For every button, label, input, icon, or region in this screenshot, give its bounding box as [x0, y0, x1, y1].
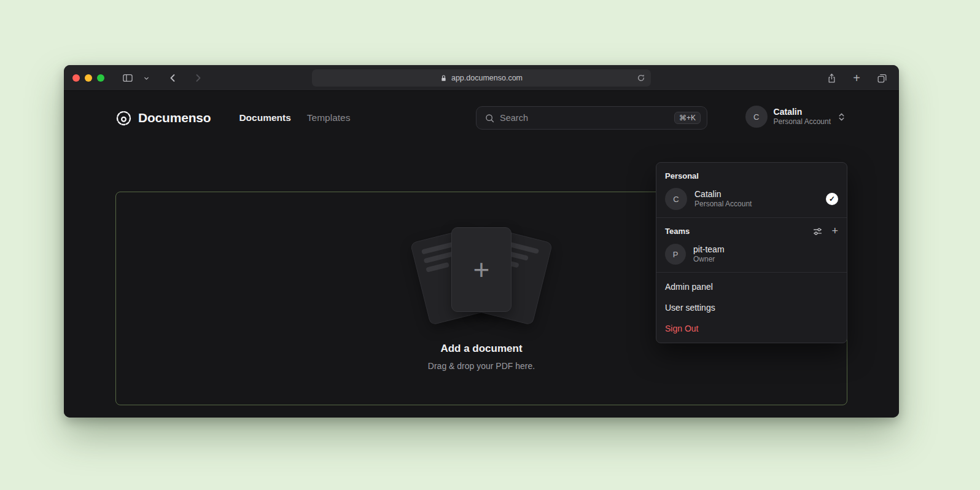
- minimize-window-button[interactable]: [85, 74, 92, 82]
- close-window-button[interactable]: [72, 74, 80, 82]
- account-text: Catalin Personal Account: [774, 107, 831, 127]
- forward-button[interactable]: [190, 71, 205, 85]
- traffic-lights: [72, 65, 104, 91]
- search-shortcut-badge: ⌘+K: [674, 112, 701, 124]
- nav-templates[interactable]: Templates: [307, 112, 351, 123]
- teams-section: Teams + P pit-team Owner: [656, 218, 847, 272]
- teams-actions: +: [812, 225, 838, 236]
- personal-account-name: Catalin: [694, 189, 752, 200]
- teams-section-label: Teams: [665, 227, 690, 236]
- menu-item-user-settings[interactable]: User settings: [656, 297, 847, 318]
- personal-avatar: C: [665, 188, 687, 210]
- back-button[interactable]: [166, 71, 181, 85]
- personal-account-text: Catalin Personal Account: [694, 189, 752, 209]
- cards-illustration: +: [411, 226, 552, 324]
- account-subtitle: Personal Account: [774, 117, 831, 126]
- brand-logo-link[interactable]: Documenso: [115, 110, 211, 126]
- search-input[interactable]: [500, 113, 674, 123]
- menu-item-sign-out[interactable]: Sign Out: [656, 318, 847, 339]
- manage-teams-icon[interactable]: [812, 225, 823, 236]
- add-team-icon[interactable]: +: [831, 225, 838, 236]
- dropzone-title: Add a document: [440, 343, 522, 355]
- account-dropdown-menu: Personal C Catalin Personal Account ✓: [656, 162, 847, 343]
- account-menu-trigger[interactable]: C Catalin Personal Account: [745, 106, 846, 128]
- share-icon[interactable]: [824, 71, 839, 85]
- account-avatar: C: [745, 106, 768, 128]
- address-bar[interactable]: app.documenso.com: [312, 69, 651, 87]
- personal-account-row[interactable]: C Catalin Personal Account ✓: [665, 188, 838, 210]
- teams-header: Teams +: [665, 225, 838, 236]
- search-bar: ⌘+K: [476, 106, 707, 130]
- team-row[interactable]: P pit-team Owner: [665, 244, 838, 265]
- team-name: pit-team: [693, 244, 725, 255]
- new-tab-icon[interactable]: +: [849, 71, 864, 85]
- sidebar-toggle-icon[interactable]: [120, 71, 135, 85]
- team-avatar: P: [665, 244, 686, 265]
- card-front-add: +: [451, 227, 511, 312]
- dropzone-subtitle: Drag & drop your PDF here.: [428, 361, 535, 371]
- chevron-up-down-icon: [837, 111, 846, 122]
- titlebar-right-controls: +: [824, 65, 889, 91]
- address-text: app.documenso.com: [451, 74, 523, 82]
- personal-account-subtitle: Personal Account: [694, 200, 752, 209]
- search-icon: [484, 112, 495, 123]
- lock-icon: [440, 74, 448, 82]
- zoom-window-button[interactable]: [97, 74, 104, 82]
- add-plus-icon: +: [473, 255, 490, 284]
- browser-window: app.documenso.com +: [64, 65, 899, 418]
- reload-icon[interactable]: [636, 73, 646, 83]
- personal-section-label: Personal: [665, 171, 838, 181]
- app-page: Documenso Documents Templates C Catalin …: [64, 91, 899, 418]
- team-text: pit-team Owner: [693, 244, 725, 265]
- menu-items: Admin panel User settings Sign Out: [656, 273, 847, 343]
- titlebar-left-controls: [120, 65, 205, 91]
- nav-documents[interactable]: Documents: [239, 112, 290, 123]
- brand-name: Documenso: [138, 111, 211, 125]
- menu-item-admin-panel[interactable]: Admin panel: [656, 276, 847, 297]
- desktop: app.documenso.com +: [0, 0, 980, 490]
- team-role: Owner: [693, 255, 725, 265]
- sidebar-chevron-down-icon[interactable]: [139, 71, 154, 85]
- account-name: Catalin: [774, 107, 831, 118]
- documenso-logo-icon: [115, 110, 132, 126]
- tab-overview-icon[interactable]: [874, 71, 889, 85]
- personal-section: Personal C Catalin Personal Account ✓: [656, 163, 847, 217]
- primary-nav: Documents Templates: [239, 112, 350, 123]
- selected-check-icon: ✓: [826, 193, 838, 205]
- browser-titlebar: app.documenso.com +: [64, 65, 899, 91]
